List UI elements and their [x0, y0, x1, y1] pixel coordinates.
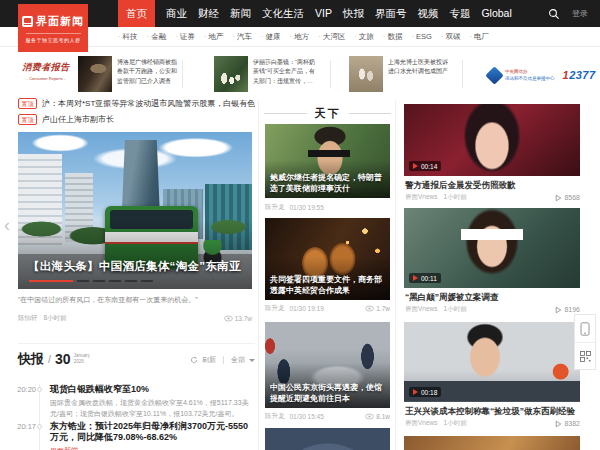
eye-icon — [365, 305, 374, 312]
channel-travel[interactable]: 文旅 — [354, 32, 374, 42]
channel-carbon[interactable]: 双碳 — [441, 32, 461, 42]
channel-securities[interactable]: 证券 — [175, 32, 195, 42]
channel-tech[interactable]: 科技 — [118, 32, 138, 42]
carousel-bar-active[interactable] — [29, 280, 73, 283]
consumer-reports-title: 消费者报告 — [18, 61, 74, 74]
author[interactable]: 陈升龙 — [265, 304, 285, 313]
mobile-app-button[interactable] — [575, 315, 595, 342]
video-duration-badge: 00:18 — [409, 387, 441, 397]
nav-finance[interactable]: 财经 — [198, 0, 219, 27]
strip-headline-1[interactable]: 博洛尼广佛经销商被指卷款千万跑路，公安和监管部门已介入调查 — [117, 58, 179, 86]
video-channel[interactable]: 界面Vnews — [405, 193, 438, 202]
flash-item-title[interactable]: 东方锆业：预计2025年归母净利润3700万元-5550万元，同比降低79.08… — [50, 421, 252, 444]
video-card-image-2[interactable]: 00:11 — [404, 208, 580, 288]
channel-local[interactable]: 地方 — [290, 32, 310, 42]
hero-author[interactable]: 陈怡轩 — [18, 314, 38, 323]
flash-item-title[interactable]: 现货白银跌幅收窄至10% — [50, 384, 252, 395]
channel-property[interactable]: 地产 — [204, 32, 224, 42]
channel-health[interactable]: 健康 — [261, 32, 281, 42]
report-center-logo-icon — [485, 66, 503, 84]
pinned-flash-1[interactable]: 置顶 沪：本周对*ST亚振等异常波动退市风险警示股票，白银有色等证券交易进行重点… — [18, 97, 255, 110]
author[interactable]: 陈升龙 — [265, 203, 285, 212]
channel-gba[interactable]: 大湾区 — [318, 32, 345, 42]
strip-headline-2[interactable]: 伊丽莎白墨镜：“两杯奶茶钱”可买全套产品，有关部门：违规宣传，罚款两万｜消费者… — [253, 58, 315, 86]
world-card-image-2[interactable]: 共同签署四项重要文件，商务部透露中英经贸合作成果 — [265, 218, 390, 300]
consumer-reports-logo[interactable]: 消费者报告 - Consumer Reports - — [18, 61, 74, 81]
strip-thumb-1[interactable] — [78, 56, 112, 92]
video-card-image-1[interactable]: 00:14 — [404, 104, 580, 176]
channel-data[interactable]: 数据 — [383, 32, 403, 42]
flash-refresh-button[interactable]: 刷新 — [202, 355, 216, 365]
video-channel[interactable]: 界面Vnews — [405, 419, 438, 428]
play-count-icon — [555, 194, 562, 202]
world-card-title-3[interactable]: 中国公民东京街头再遇袭，使馆提醒近期避免前往日本 — [270, 383, 385, 405]
world-card-image-3[interactable]: 中国公民东京街头再遇袭，使馆提醒近期避免前往日本 — [265, 322, 390, 408]
flash-day: 30 — [55, 352, 71, 366]
author[interactable]: 陈升龙 — [265, 412, 285, 421]
nav-topics[interactable]: 专题 — [449, 0, 470, 27]
carousel-bar[interactable] — [125, 280, 137, 283]
video-card-image-3[interactable]: 00:18 — [404, 322, 580, 402]
floating-side-rail — [574, 314, 596, 370]
channel-finance[interactable]: 金融 — [147, 32, 167, 42]
nav-home[interactable]: 首页 — [118, 0, 155, 27]
world-section-title[interactable]: 天下 — [315, 106, 341, 121]
jiemian-logo[interactable]: 界面新闻 服务于独立思考的人群 — [18, 4, 88, 52]
carousel-bar[interactable] — [141, 280, 153, 283]
carousel-bar[interactable] — [109, 280, 121, 283]
world-card-title-1[interactable]: 鲍威尔继任者提名确定，特朗普选了美联储前理事沃什 — [270, 173, 385, 195]
carousel-prev-icon[interactable] — [4, 216, 10, 234]
timeline-dot — [37, 387, 42, 392]
nav-news[interactable]: 新闻 — [230, 0, 251, 27]
qr-code-button[interactable] — [575, 342, 595, 369]
nav-business[interactable]: 商业 — [166, 0, 187, 27]
search-icon[interactable] — [548, 8, 560, 20]
report-center-line2: 违法和不良信息举报中心 — [505, 76, 555, 81]
flash-item-body: 国际贵金属收盘跌幅，现货黄金跌幅收窄至4.61%，报5117.33美元/盎司；现… — [50, 398, 250, 419]
carousel-bar[interactable] — [93, 280, 105, 283]
channel-auto[interactable]: 汽车 — [232, 32, 252, 42]
report-hotline-banner[interactable]: 中央网信办 违法和不良信息举报中心 12377 — [486, 58, 588, 92]
world-card-title-2[interactable]: 共同签署四项重要文件，商务部透露中英经贸合作成果 — [270, 275, 385, 297]
nav-flash[interactable]: 快报 — [343, 0, 364, 27]
phone-icon — [580, 322, 590, 336]
channel-esg[interactable]: ESG — [411, 32, 431, 41]
video-card-title-1[interactable]: 警方通报后金晨发受伤照致歉 — [405, 180, 580, 192]
nav-jiemianhao[interactable]: 界面号 — [375, 0, 407, 27]
nav-vip[interactable]: VIP — [315, 0, 332, 27]
video-card-title-2[interactable]: “黑白颠”周媛被立案调查 — [405, 292, 580, 304]
timeline-line — [39, 384, 40, 450]
chevron-down-icon[interactable] — [249, 359, 255, 362]
world-card-image-1[interactable]: 鲍威尔继任者提名确定，特朗普选了美联储前理事沃什 — [265, 124, 390, 198]
flash-list: 20:20 现货白银跌幅收窄至10% 国际贵金属收盘跌幅，现货黄金跌幅收窄至4.… — [12, 382, 255, 450]
nav-global[interactable]: Global — [481, 0, 511, 27]
control-divider — [223, 356, 224, 364]
flash-section-title[interactable]: 快报 — [18, 352, 44, 365]
strip-headline-3[interactable]: 上海光博士医美被投诉进口水光针调包成国产 — [388, 58, 450, 77]
video-duration-badge: 00:14 — [409, 161, 441, 171]
video-card-title-3[interactable]: 王兴兴谈成本控制称靠“捡垃圾”做东西刷经验 — [405, 406, 580, 418]
video-duration: 00:11 — [421, 275, 437, 282]
eye-icon — [224, 315, 233, 322]
video-card-image-4[interactable] — [404, 436, 580, 450]
video-channel[interactable]: 界面Vnews — [405, 305, 438, 314]
flash-item-source[interactable]: 界面新闻 — [50, 446, 78, 450]
hero-carousel-slide[interactable]: 【出海头条】中国酒店集体“淘金”东南亚 — [18, 132, 252, 289]
refresh-icon[interactable] — [190, 356, 198, 364]
nav-culture-life[interactable]: 文化生活 — [262, 0, 304, 27]
carousel-bar[interactable] — [77, 280, 89, 283]
pinned-flash-2[interactable]: 置顶 卢山任上海市副市长 — [18, 113, 255, 126]
timeline-dot — [37, 424, 42, 429]
strip-thumb-2[interactable] — [214, 56, 248, 92]
timestamp: 01/30 19:55 — [290, 204, 324, 211]
flash-filter-all[interactable]: 全部 — [231, 355, 245, 365]
login-button[interactable]: 登录 — [572, 8, 588, 19]
hero-title[interactable]: 【出海头条】中国酒店集体“淘金”东南亚 — [28, 259, 246, 274]
strip-thumb-3[interactable] — [349, 56, 383, 92]
hotline-number: 12377 — [563, 69, 596, 81]
flash-year: 2026 — [74, 359, 90, 365]
nav-video[interactable]: 视频 — [417, 0, 438, 27]
pinned-tag: 置顶 — [18, 98, 37, 109]
channel-power[interactable]: 电厂 — [469, 32, 489, 42]
world-card-image-4[interactable] — [265, 428, 390, 450]
